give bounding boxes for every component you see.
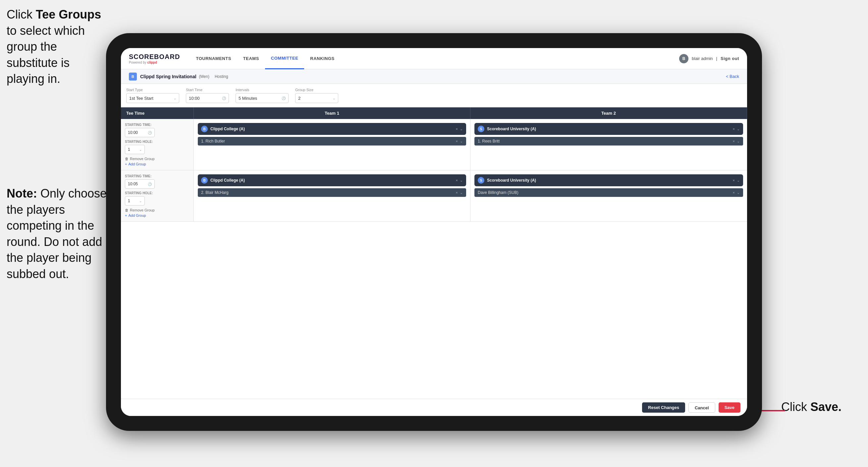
group-2-team2-icon: S bbox=[478, 177, 484, 184]
group-1-team2-chevron[interactable]: ⌄ bbox=[737, 127, 740, 131]
group-2-player1-controls: × ⌄ bbox=[456, 191, 463, 195]
group-2-team2-name: S Scoreboard University (A) bbox=[478, 177, 536, 184]
group-1-team2-player1-chevron[interactable]: ⌄ bbox=[737, 139, 740, 144]
group-1-time-label: STARTING TIME: bbox=[125, 123, 189, 126]
group-2-hole-stepper: ⌄ bbox=[139, 199, 142, 203]
group-2-team2-x[interactable]: × bbox=[733, 178, 735, 182]
tee-grid: Tee Time Team 1 Team 2 STARTING TIME: 10… bbox=[121, 107, 747, 399]
group-1-team2-player1-controls: × ⌄ bbox=[733, 139, 740, 144]
tablet-screen: SCOREBOARD Powered by clippd TOURNAMENTS… bbox=[121, 48, 747, 416]
group-2-team2-card[interactable]: S Scoreboard University (A) × ⌄ bbox=[474, 174, 743, 186]
logo-powered: Powered by clippd bbox=[129, 61, 180, 64]
group-2-team1-player-1[interactable]: 2. Blair McHarg × ⌄ bbox=[198, 188, 466, 197]
back-button[interactable]: < Back bbox=[726, 74, 739, 79]
nav-tournaments[interactable]: TOURNAMENTS bbox=[190, 48, 237, 69]
navbar: SCOREBOARD Powered by clippd TOURNAMENTS… bbox=[121, 48, 747, 69]
remove-icon: 🗑 bbox=[125, 157, 128, 161]
group-2-team1-name: B Clippd College (A) bbox=[201, 177, 245, 184]
nav-rankings[interactable]: RANKINGS bbox=[304, 48, 340, 69]
bottom-bar: Reset Changes Cancel Save bbox=[121, 399, 747, 416]
group-2-team1-chevron[interactable]: ⌄ bbox=[460, 178, 463, 183]
start-time-label: Start Time bbox=[186, 88, 229, 92]
group-1-player1-chevron[interactable]: ⌄ bbox=[460, 139, 463, 144]
group-1-remove-button[interactable]: 🗑 Remove Group bbox=[125, 157, 189, 161]
save-button[interactable]: Save bbox=[719, 402, 740, 413]
group-2-hole-label: STARTING HOLE: bbox=[125, 191, 189, 195]
group-1-team1-controls: × ⌄ bbox=[456, 127, 463, 131]
group-1-team1-icon: B bbox=[201, 126, 208, 132]
group-2: STARTING TIME: 10:05 🕐 STARTING HOLE: 1 … bbox=[121, 170, 747, 222]
group-2-team2-player1-x[interactable]: × bbox=[733, 191, 735, 195]
group-2-team1-card[interactable]: B Clippd College (A) × ⌄ bbox=[198, 174, 466, 186]
group-2-team2-chevron[interactable]: ⌄ bbox=[737, 178, 740, 183]
cancel-button[interactable]: Cancel bbox=[688, 402, 715, 413]
group-1-hole-input[interactable]: 1 ⌄ bbox=[125, 145, 145, 154]
group-1-team2-x[interactable]: × bbox=[733, 127, 735, 131]
sign-out-link[interactable]: Sign out bbox=[720, 56, 739, 61]
group-1-team2-col: S Scoreboard University (A) × ⌄ 1. Rees … bbox=[470, 119, 747, 170]
group-2-team2-controls: × ⌄ bbox=[733, 178, 740, 183]
note-label: Note: bbox=[7, 186, 40, 200]
start-time-stepper: 🕐 bbox=[222, 96, 226, 100]
group-1: STARTING TIME: 10:00 🕐 STARTING HOLE: 1 … bbox=[121, 119, 747, 170]
group-2-time-input[interactable]: 10:05 🕐 bbox=[125, 179, 155, 188]
group-2-add-button[interactable]: + Add Group bbox=[125, 213, 189, 217]
save-bold: Save. bbox=[810, 400, 841, 414]
group-1-team1-col: B Clippd College (A) × ⌄ 1. Rich Butler bbox=[194, 119, 470, 170]
instruction-line: Click Tee Groups to select which group t… bbox=[7, 8, 101, 86]
add-icon: + bbox=[125, 162, 127, 166]
group-1-add-button[interactable]: + Add Group bbox=[125, 162, 189, 166]
group-2-sidebar: STARTING TIME: 10:05 🕐 STARTING HOLE: 1 … bbox=[121, 170, 194, 222]
group-1-team1-player-1[interactable]: 1. Rich Butler × ⌄ bbox=[198, 137, 466, 146]
note-text: Note: Only choose the players competing … bbox=[7, 185, 109, 282]
group-1-team2-card[interactable]: S Scoreboard University (A) × ⌄ bbox=[474, 123, 743, 135]
click-save-label: Click Save. bbox=[781, 400, 841, 414]
intervals-stepper: 🕐 bbox=[282, 96, 286, 100]
group-size-input[interactable]: 2 ⌄ bbox=[295, 93, 338, 103]
tee-grid-header: Tee Time Team 1 Team 2 bbox=[121, 107, 747, 119]
group-1-team2-controls: × ⌄ bbox=[733, 127, 740, 131]
group-2-team2-player1-chevron[interactable]: ⌄ bbox=[737, 191, 740, 195]
group-2-team2-player1-controls: × ⌄ bbox=[733, 191, 740, 195]
subheader-title: Clippd Spring Invitational bbox=[140, 74, 196, 79]
start-type-label: Start Type bbox=[126, 88, 179, 92]
group-1-time-input[interactable]: 10:00 🕐 bbox=[125, 128, 155, 137]
group-2-team1-controls: × ⌄ bbox=[456, 178, 463, 183]
group-1-team1-chevron[interactable]: ⌄ bbox=[460, 127, 463, 131]
start-type-input[interactable]: 1st Tee Start ⌄ bbox=[126, 93, 179, 103]
settings-grid-wrapper: Start Type 1st Tee Start ⌄ Start Time 10… bbox=[121, 84, 747, 399]
group-2-team1-col: B Clippd College (A) × ⌄ 2. Blair McHarg bbox=[194, 170, 470, 222]
add-icon-2: + bbox=[125, 213, 127, 217]
group-1-team2-player-1[interactable]: 1. Rees Britt × ⌄ bbox=[474, 137, 743, 146]
nav-committee[interactable]: COMMITTEE bbox=[265, 48, 305, 69]
nav-teams[interactable]: TEAMS bbox=[237, 48, 265, 69]
hosting-badge: Hosting bbox=[215, 74, 228, 79]
group-2-team2-player-1[interactable]: Dave Billingham (SUB) × ⌄ bbox=[474, 188, 743, 197]
group-1-hole-stepper: ⌄ bbox=[139, 148, 142, 151]
reset-changes-button[interactable]: Reset Changes bbox=[642, 402, 685, 413]
intervals-label: Intervals bbox=[236, 88, 288, 92]
logo-scoreboard: SCOREBOARD bbox=[129, 53, 180, 61]
group-2-team2-col: S Scoreboard University (A) × ⌄ Dave Bil… bbox=[470, 170, 747, 222]
group-1-player1-controls: × ⌄ bbox=[456, 139, 463, 144]
group-1-player1-x[interactable]: × bbox=[456, 139, 458, 143]
group-2-remove-button[interactable]: 🗑 Remove Group bbox=[125, 208, 189, 212]
group-2-player1-chevron[interactable]: ⌄ bbox=[460, 191, 463, 195]
group-size-group: Group Size 2 ⌄ bbox=[295, 88, 338, 103]
group-1-team1-name: B Clippd College (A) bbox=[201, 126, 245, 132]
intervals-input[interactable]: 5 Minutes 🕐 bbox=[236, 93, 288, 103]
subheader: B Clippd Spring Invitational (Men) Hosti… bbox=[121, 69, 747, 84]
group-2-player1-x[interactable]: × bbox=[456, 191, 458, 195]
team1-header: Team 1 bbox=[194, 107, 470, 119]
group-2-hole-input[interactable]: 1 ⌄ bbox=[125, 196, 145, 205]
remove-icon-2: 🗑 bbox=[125, 208, 128, 212]
group-1-team1-x[interactable]: × bbox=[456, 127, 458, 131]
start-time-input[interactable]: 10:00 🕐 bbox=[186, 93, 229, 103]
group-1-team1-card[interactable]: B Clippd College (A) × ⌄ bbox=[198, 123, 466, 135]
group-1-team2-player1-x[interactable]: × bbox=[733, 139, 735, 143]
group-2-team1-x[interactable]: × bbox=[456, 178, 458, 182]
intervals-group: Intervals 5 Minutes 🕐 bbox=[236, 88, 288, 103]
tee-time-header: Tee Time bbox=[121, 107, 194, 119]
start-type-stepper: ⌄ bbox=[174, 96, 176, 100]
settings-bar: Start Type 1st Tee Start ⌄ Start Time 10… bbox=[121, 84, 747, 107]
